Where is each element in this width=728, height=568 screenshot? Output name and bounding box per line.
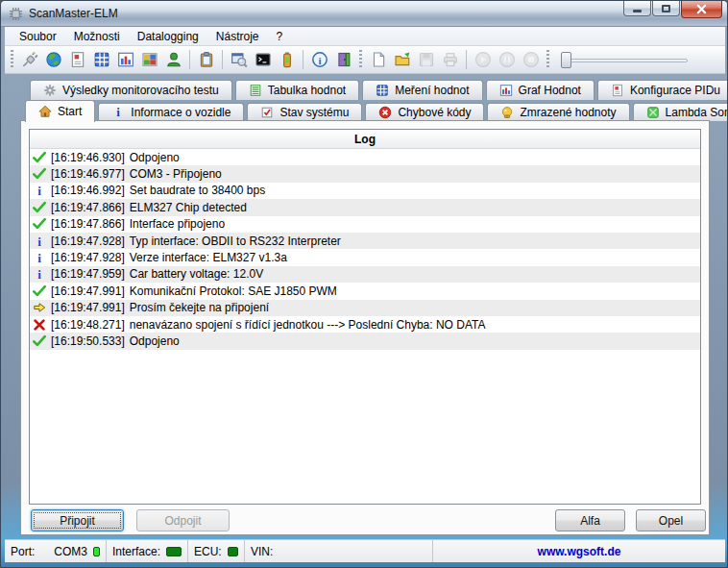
log-error-icon xyxy=(33,318,46,332)
globe-toolbar-button[interactable] xyxy=(41,48,65,71)
ecu-led xyxy=(228,547,238,556)
log-info-icon: i xyxy=(33,267,46,281)
status-port-section: Port: COM3 xyxy=(5,540,107,562)
port-value: COM3 xyxy=(54,545,87,558)
table-list-icon xyxy=(249,84,262,97)
menu-item-monosti[interactable]: Možnosti xyxy=(65,28,129,45)
terminal-toolbar-button[interactable] xyxy=(251,48,275,71)
tab-výsledky-monitorovacího-testu[interactable]: Výsledky monitorovacího testu xyxy=(30,80,232,100)
log-info-icon: i xyxy=(33,184,46,197)
clipboard-toolbar-button[interactable] xyxy=(194,48,218,71)
tab-start[interactable]: Start xyxy=(25,100,95,122)
log-timestamp: [16:19:46.992] xyxy=(51,184,125,197)
log-success-icon xyxy=(33,217,46,231)
port-led xyxy=(93,547,100,556)
checkbox-icon xyxy=(260,106,274,119)
tab-meření-hodnot[interactable]: Meření hodnot xyxy=(362,80,482,100)
terminal-icon xyxy=(255,51,272,68)
search-window-toolbar-button[interactable] xyxy=(227,48,251,71)
log-message: COM3 - Připojeno xyxy=(130,167,222,181)
log-timestamp: [16:19:46.977] xyxy=(51,167,125,181)
exit-door-icon xyxy=(335,51,352,68)
svg-text:i: i xyxy=(37,184,41,197)
tab-label: Výsledky monitorovacího testu xyxy=(62,84,219,97)
minimize-button[interactable] xyxy=(623,1,651,16)
dashboard-image-toolbar-button[interactable] xyxy=(137,48,161,71)
wgsoft-link[interactable]: www.wgsoft.de xyxy=(538,545,621,558)
gear-icon xyxy=(43,84,57,97)
log-list[interactable]: [16:19:46.930]Odpojeno[16:19:46.977]COM3… xyxy=(30,149,700,350)
log-success-icon xyxy=(33,151,46,164)
pause-toolbar-button xyxy=(495,48,519,71)
toolbar-grip[interactable] xyxy=(357,50,364,69)
tab-graf-hodnot[interactable]: Graf Hodnot xyxy=(486,80,595,100)
menu-item-nstroje[interactable]: Nástroje xyxy=(207,28,268,45)
info-circle-toolbar-button[interactable]: i xyxy=(307,48,331,71)
log-message: Typ interface: OBDII to RS232 Interprete… xyxy=(130,235,341,248)
home-icon xyxy=(38,105,52,118)
log-info-icon: i xyxy=(33,251,46,264)
connect-plug-icon xyxy=(21,51,38,68)
connect-plug-toolbar-button[interactable] xyxy=(17,48,41,71)
log-message: Interface připojeno xyxy=(130,217,225,231)
log-column-header: Log xyxy=(30,130,700,149)
alfa-button[interactable]: Alfa xyxy=(555,509,625,531)
log-row: i[16:19:47.959]Car battery voltage: 12.0… xyxy=(30,266,700,283)
toolbar-separator xyxy=(303,50,303,69)
toolbar: i xyxy=(5,46,725,74)
toolbar-separator xyxy=(466,50,467,69)
interface-led xyxy=(166,547,182,556)
tab-lambda-sondy[interactable]: Lambda Sondy xyxy=(633,103,728,121)
menu-item-datalogging[interactable]: Datalogging xyxy=(129,28,207,45)
user-toolbar-button[interactable] xyxy=(161,48,185,71)
log-message: nenavázano spojení s řídící jednotkou --… xyxy=(130,318,486,332)
menu-item-?[interactable]: ? xyxy=(267,28,291,45)
pid-config-icon xyxy=(69,51,86,68)
maximize-button[interactable] xyxy=(652,1,680,16)
play-toolbar-button xyxy=(471,48,495,71)
tab-konfigurace-pidu[interactable]: Konfigurace PIDu xyxy=(597,80,728,100)
tab-label: Zmrazené hodnoty xyxy=(520,106,616,119)
tab-row-primary: StartiInformace o vozidleStav systémuChy… xyxy=(25,100,728,121)
status-link-section: www.wgsoft.de xyxy=(433,540,725,562)
log-timestamp: [16:19:47.928] xyxy=(51,235,125,248)
app-chip-icon xyxy=(9,7,23,21)
toolbar-grip[interactable] xyxy=(545,50,551,69)
tab-label: Graf Hodnot xyxy=(519,84,581,97)
menu-item-soubor[interactable]: Soubor xyxy=(11,28,65,45)
toolbar-separator xyxy=(189,50,190,69)
close-button[interactable] xyxy=(681,1,722,18)
exit-door-toolbar-button[interactable] xyxy=(331,48,355,71)
tab-tabulka-hodnot[interactable]: Tabulka hodnot xyxy=(235,80,359,100)
battery-toolbar-button[interactable] xyxy=(275,48,299,71)
tab-stav-systému[interactable]: Stav systému xyxy=(247,103,362,121)
log-timestamp: [16:19:48.271] xyxy=(51,318,125,332)
open-folder-toolbar-button[interactable] xyxy=(390,48,414,71)
new-file-toolbar-button[interactable] xyxy=(366,48,390,71)
log-timestamp: [16:19:47.866] xyxy=(51,201,125,214)
tab-informace-o-vozidle[interactable]: iInformace o vozidle xyxy=(98,103,244,121)
log-timestamp: [16:19:47.991] xyxy=(51,284,125,298)
title-bar[interactable]: ScanMaster-ELM xyxy=(1,1,728,27)
tab-zmrazené-hodnoty[interactable]: Zmrazené hodnoty xyxy=(487,103,629,121)
slider-thumb[interactable] xyxy=(561,52,571,68)
values-grid-toolbar-button[interactable] xyxy=(89,48,113,71)
connect-button[interactable]: Připojit xyxy=(31,509,124,531)
log-message: Komunikační Protokol: SAE J1850 PWM xyxy=(130,284,337,298)
print-icon xyxy=(442,51,459,68)
tab-chybové-k-dy[interactable]: Chybové kódy xyxy=(365,103,484,121)
tab-label: Informace o vozidle xyxy=(131,106,231,119)
log-timestamp: [16:19:47.866] xyxy=(51,217,125,231)
status-interface-section: Interface: xyxy=(107,540,188,562)
pid-config-toolbar-button[interactable] xyxy=(65,48,89,71)
disconnect-button[interactable]: Odpojit xyxy=(136,509,230,531)
playback-position-slider[interactable] xyxy=(557,51,690,68)
info-circle-icon: i xyxy=(311,51,328,68)
toolbar-grip[interactable] xyxy=(9,50,15,69)
log-message: Prosím čekejte na připojení xyxy=(130,301,269,314)
opel-button[interactable]: Opel xyxy=(636,509,706,531)
stop-toolbar-button xyxy=(519,48,543,71)
globe-icon xyxy=(45,51,62,68)
log-message: Odpojeno xyxy=(130,151,180,164)
bar-chart-toolbar-button[interactable] xyxy=(113,48,137,71)
